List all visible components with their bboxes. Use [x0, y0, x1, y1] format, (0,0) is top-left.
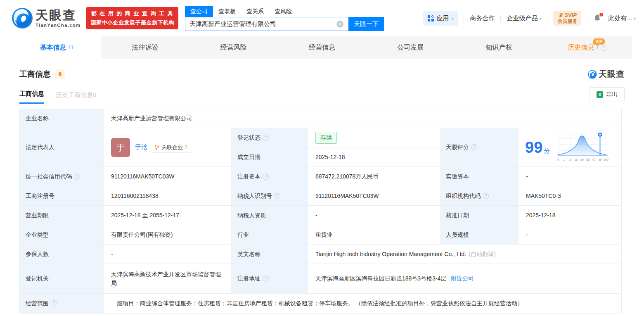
tab-label: 知识产权 — [486, 43, 512, 52]
tab-intellectual-property[interactable]: 知识产权 — [455, 36, 543, 59]
search-tabs: 查公司 查老板 查关系 查风险 — [185, 6, 384, 17]
business-scope-value: 一般项目：商业综合体管理服务；住房租赁；非居住房地产租赁；机械设备租赁；停车场服… — [104, 294, 622, 314]
reg-authority-value: 天津滨海高新技术产业开发区市场监督管理局 — [104, 264, 232, 294]
svip-sublabel: 会员服务 — [557, 18, 577, 24]
brand-name: 天眼查 — [36, 9, 80, 21]
chevron-down-icon: ▾ — [539, 16, 541, 21]
help-icon[interactable]: ? — [263, 276, 269, 282]
approval-date-value: 2025-12-18 — [519, 206, 622, 225]
help-icon[interactable]: ? — [274, 193, 280, 199]
crown-icon: ♛ — [558, 12, 563, 18]
search-tab-boss[interactable]: 查老板 — [213, 6, 241, 17]
reg-address-label: 注册地址? — [232, 264, 308, 294]
search-tab-company[interactable]: 查公司 — [185, 6, 213, 17]
search-button[interactable]: 天眼一下 — [348, 17, 384, 31]
notification-bell-button[interactable] — [593, 14, 602, 23]
score-value: 99分 — [525, 140, 550, 155]
org-code-value: MAK50TC0-3 — [519, 186, 622, 206]
nearby-companies-link[interactable]: 附近公司 — [450, 274, 474, 283]
help-icon[interactable]: ? — [263, 173, 269, 180]
score-cell: 99分 — [519, 128, 622, 167]
search-tab-risk[interactable]: 查风险 — [269, 6, 297, 17]
tianyancha-logo-icon — [588, 70, 597, 79]
export-button[interactable]: X 导出 — [590, 87, 625, 102]
chevron-down-icon: ▾ — [451, 16, 453, 21]
help-icon[interactable]: ? — [51, 300, 57, 306]
credit-code-value: 91120116MAK50TC03W — [104, 167, 232, 186]
tab-label: 经营风险 — [220, 43, 247, 52]
svg-text:1: 1 — [564, 158, 565, 161]
tab-operating-risk[interactable]: 经营风险 — [189, 36, 278, 59]
promo-slogan-badge: 都 在 用 的 商 业 查 询 工 具 国家中小企业发展子基金旗下机构 — [86, 7, 178, 29]
tab-history-info[interactable]: VIP 历史信息 7 ? — [543, 36, 632, 59]
staff-size-label: 人员规模 — [440, 225, 519, 245]
tab-label: 法律诉讼 — [132, 43, 158, 52]
establish-date-label: 成立日期 — [232, 147, 308, 167]
credit-code-label: 统一社会信用代码? — [20, 167, 104, 186]
paid-capital-label: 实缴资本 — [440, 167, 519, 186]
help-icon[interactable]: ? — [74, 173, 80, 180]
tianyancha-logo-icon — [12, 7, 33, 29]
english-name-label: 英文名称 — [232, 245, 308, 264]
auto-translate-note: (自动翻译) — [469, 250, 495, 259]
company-type-label: 企业类型 — [20, 225, 104, 245]
staff-size-value: - — [519, 225, 622, 245]
subtab-business-info[interactable]: 工商信息 — [19, 90, 44, 104]
monitor-bell-button[interactable] — [55, 69, 65, 79]
svg-text:99: 99 — [599, 158, 602, 161]
svg-text:50: 50 — [580, 158, 584, 161]
reg-authority-label: 登记机关 — [20, 264, 104, 294]
subtab-history-business-info[interactable]: 历史工商信息0 — [56, 91, 96, 104]
search-input[interactable] — [189, 21, 336, 28]
chevron-down-icon: ▾ — [634, 16, 636, 21]
subtab-row: 工商信息 历史工商信息0 X 导出 — [19, 87, 625, 104]
company-name-value: 天津高新产业运营管理有限公司 — [104, 109, 622, 128]
tab-company-development[interactable]: 公司发展 — [366, 36, 455, 59]
top-nav: 应用 ▾ 商务合作 企业级产品 ▾ ♛ SVIP 会员服务 此处有... ▾ — [423, 11, 636, 26]
tab-basic-info[interactable]: 基本信息 11 — [12, 36, 101, 59]
tab-operating-info[interactable]: 经营信息 — [278, 36, 366, 59]
company-name-label: 企业名称 — [20, 109, 104, 128]
help-icon[interactable]: ? — [601, 45, 607, 51]
tab-label: 历史信息 — [568, 43, 594, 52]
legal-rep-label: 法定代表人 — [20, 128, 104, 167]
nav-enterprise-products[interactable]: 企业级产品 ▾ — [507, 14, 541, 22]
tianyancha-logo[interactable]: 天眼查 TianYanCha.com — [12, 7, 80, 29]
brand-domain: TianYanCha.com — [36, 23, 80, 28]
nav-business-cooperation[interactable]: 商务合作 — [470, 14, 495, 22]
english-name-value: Tianjin High tech Industry Operation Man… — [308, 245, 622, 264]
insured-count-label: 参保人数 — [20, 245, 104, 264]
svg-text:0: 0 — [557, 158, 559, 161]
search-box: × — [185, 17, 348, 31]
insured-count-value: - — [104, 245, 232, 264]
score-unit: 分 — [544, 147, 550, 154]
industry-value: 租赁业 — [308, 225, 440, 245]
notification-red-dot — [599, 13, 603, 17]
reg-address-value: 天津滨海高新区滨海科技园日新道188号3号楼3-4层 附近公司 — [308, 264, 622, 294]
divider — [464, 15, 464, 21]
svg-text:85: 85 — [587, 158, 590, 161]
search-tab-relation[interactable]: 查关系 — [241, 6, 269, 17]
business-term-value: 2025-12-18 至 2055-12-17 — [104, 206, 232, 225]
help-icon[interactable]: ? — [263, 135, 269, 141]
user-menu-label: 此处有... — [608, 14, 632, 22]
user-menu[interactable]: 此处有... ▾ — [608, 14, 636, 22]
legal-rep-name-link[interactable]: 于浛 — [135, 143, 147, 152]
tab-legal-proceedings[interactable]: 法律诉讼 — [101, 36, 189, 59]
apps-menu-button[interactable]: 应用 ▾ — [423, 11, 458, 26]
search-area: 查公司 查老板 查关系 查风险 × 天眼一下 — [185, 5, 384, 31]
registered-capital-label: 注册资本? — [232, 167, 308, 186]
help-icon[interactable]: ? — [483, 193, 489, 199]
reg-status-cell: 存续 — [308, 128, 440, 147]
divider — [587, 15, 587, 21]
svg-text:100: 100 — [604, 158, 608, 161]
approval-date-label: 核准日期 — [440, 206, 519, 225]
help-icon[interactable]: ? — [471, 144, 477, 150]
legal-rep-avatar[interactable]: 于 — [111, 138, 130, 157]
promo-line2: 国家中小企业发展子基金旗下机构 — [90, 19, 174, 26]
related-companies-badge[interactable]: 关联企业 2 — [151, 142, 191, 153]
enterprise-label: 企业级产品 — [507, 14, 537, 22]
svip-member-button[interactable]: ♛ SVIP 会员服务 — [553, 11, 581, 26]
clear-search-icon[interactable]: × — [336, 21, 343, 28]
business-scope-label: 经营范围? — [20, 294, 104, 314]
